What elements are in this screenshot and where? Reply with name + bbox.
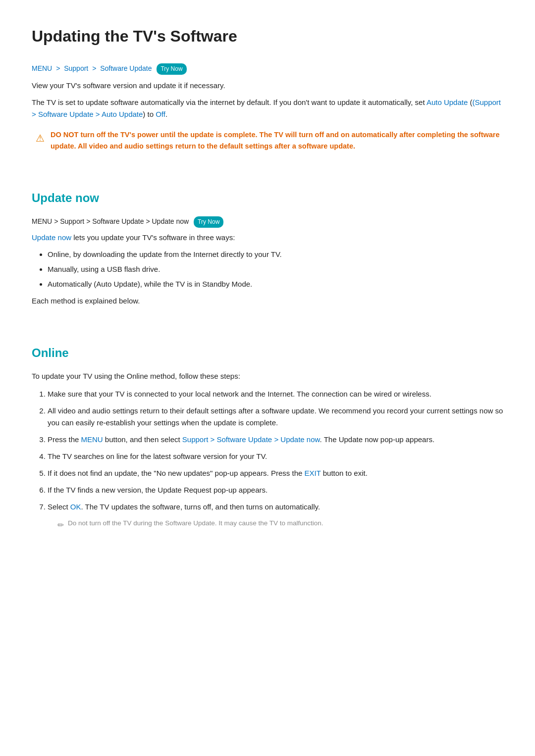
bc2-sep3: > [146,217,150,225]
update-now-heading: Update now [32,189,503,207]
update-now-intro: Update now lets you update your TV's sof… [32,232,503,244]
note-text: Do not turn off the TV during the Softwa… [68,518,323,529]
step7-before: Select [48,503,70,511]
warning-icon: ⚠ [36,130,45,146]
online-intro: To update your TV using the Online metho… [32,370,503,382]
auto-update-link1[interactable]: Auto Update [427,98,468,106]
step-4: The TV searches on line for the latest s… [48,451,503,462]
each-method-text: Each method is explained below. [32,295,503,307]
intro2-before: The TV is set to update software automat… [32,98,427,106]
update-methods-list: Online, by downloading the update from t… [48,249,503,290]
sw-update-link2[interactable]: Software Update [38,110,94,118]
step-6: If the TV finds a new version, the Updat… [48,484,503,496]
update-now-ref: Update now [280,435,320,444]
menu-link2[interactable]: MENU [32,217,52,225]
intro-text-1: View your TV's software version and upda… [32,80,503,92]
step3-mid: button, and then select [103,435,182,444]
sw-update-link3[interactable]: Software Update [92,217,144,225]
try-now-badge-2[interactable]: Try Now [194,216,223,228]
step3-sep2: > [272,435,280,444]
bc2-sep2: > [86,217,90,225]
list-item: Online, by downloading the update from t… [48,249,503,260]
step5-end: button to exit. [321,469,368,477]
menu-button-ref: MENU [81,435,103,444]
list-item: Automatically (Auto Update), while the T… [48,278,503,290]
support-ref: Support [182,435,209,444]
update-now-intro-rest: lets you update your TV's software in th… [71,233,235,242]
sep3: > [32,110,38,118]
step3-sep1: > [208,435,216,444]
intro2-period: . [165,110,167,118]
step7-end: . The TV updates the software, turns off… [81,503,321,511]
online-steps-list: Make sure that your TV is connected to y… [48,388,503,532]
try-now-badge[interactable]: Try Now [157,63,186,75]
intro2-paren-close: ) to [143,110,156,118]
online-heading: Online [32,344,503,362]
step5-before: If it does not find an update, the "No n… [48,469,305,477]
software-update-link[interactable]: Software Update [100,64,152,72]
sw-update-ref: Software Update [216,435,272,444]
step-1: Make sure that your TV is connected to y… [48,388,503,400]
step-2: All video and audio settings return to t… [48,405,503,429]
update-now-bc-link[interactable]: Update now [152,217,189,225]
pencil-icon: ✏ [57,519,64,532]
support-link3[interactable]: Support [60,217,84,225]
support-link[interactable]: Support [64,64,88,72]
menu-link[interactable]: MENU [32,64,52,72]
off-link[interactable]: Off [156,110,165,118]
note-box: ✏ Do not turn off the TV during the Soft… [57,518,503,532]
step3-before: Press the [48,435,81,444]
breadcrumb-sep1: > [56,64,60,72]
page-title: Updating the TV's Software [32,24,503,49]
bc2-sep1: > [54,217,58,225]
warning-box: ⚠ DO NOT turn off the TV's power until t… [32,129,503,152]
list-item: Manually, using a USB flash drive. [48,263,503,275]
auto-update-link2[interactable]: Auto Update [102,110,143,118]
update-now-blue: Update now [32,233,71,242]
intro-text-2: The TV is set to update software automat… [32,97,503,120]
step-7: Select OK. The TV updates the software, … [48,501,503,532]
exit-ref: EXIT [305,469,321,477]
sep4: > [96,110,102,118]
main-breadcrumb: MENU > Support > Software Update Try Now [32,63,503,75]
breadcrumb-sep2: > [92,64,96,72]
step-5: If it does not find an update, the "No n… [48,467,503,479]
warning-text: DO NOT turn off the TV's power until the… [51,129,503,152]
step3-end: . The Update now pop-up appears. [320,435,435,444]
support-link2[interactable]: (Support [473,98,501,106]
step-3: Press the MENU button, and then select S… [48,434,503,446]
ok-ref: OK [70,503,81,511]
update-now-breadcrumb: MENU > Support > Software Update > Updat… [32,216,503,228]
